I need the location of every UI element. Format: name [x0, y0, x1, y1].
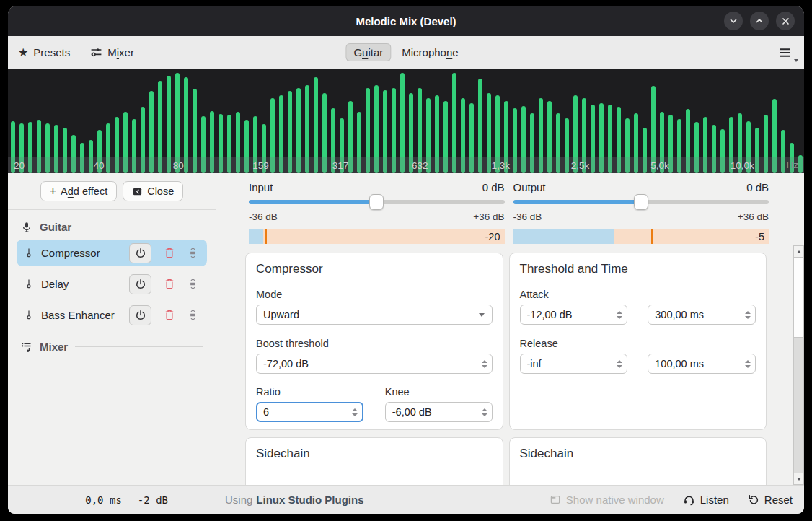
input-gain-slider[interactable]	[249, 196, 505, 209]
delete-effect-button[interactable]	[162, 278, 177, 290]
effects-sidebar: + Add effect Close Guitar Compressor	[8, 173, 216, 485]
power-toggle-button[interactable]	[129, 305, 151, 325]
presets-button[interactable]: ★ Presets	[18, 46, 70, 58]
effect-row-delay[interactable]: Delay	[17, 271, 207, 297]
boost-threshold-spinbox[interactable]: -72,00 dB	[256, 354, 493, 374]
spin-arrows-icon[interactable]	[477, 360, 487, 368]
slider-fill	[249, 200, 376, 204]
power-icon	[135, 279, 146, 290]
meter-fill	[513, 229, 614, 244]
input-level-meter: -20	[249, 229, 505, 244]
meter-peak-marker	[651, 229, 653, 244]
plugin-cards: Compressor Mode Upward Boost threshold -…	[216, 244, 804, 485]
reset-label: Reset	[764, 494, 793, 506]
latency-value: 0,0 ms	[85, 494, 122, 506]
compressor-card: Compressor Mode Upward Boost threshold -…	[245, 253, 503, 430]
add-effect-button[interactable]: + Add effect	[40, 181, 117, 201]
spin-arrows-icon[interactable]	[612, 311, 622, 319]
titlebar: Melodic Mix (Devel)	[8, 6, 804, 36]
effect-name: Bass Enhancer	[41, 309, 122, 321]
effect-name: Delay	[41, 278, 122, 290]
scroll-up-button[interactable]	[794, 246, 803, 257]
output-gain-value: 0 dB	[746, 181, 769, 193]
output-level-meter: -5	[513, 229, 769, 244]
mode-dropdown[interactable]: Upward	[256, 305, 493, 325]
chevron-up-icon	[755, 17, 764, 25]
boost-threshold-value: -72,00 dB	[263, 358, 477, 369]
close-button[interactable]	[776, 12, 795, 30]
effect-row-compressor[interactable]: Compressor	[17, 240, 207, 266]
trash-icon	[164, 309, 175, 321]
section-rule	[79, 227, 203, 227]
reorder-handle[interactable]	[185, 278, 200, 290]
attack-ms-value: 300,00 ms	[655, 309, 741, 320]
mode-value: Upward	[263, 309, 479, 320]
threshold-card-title: Threshold and Time	[520, 262, 756, 276]
release-label: Release	[520, 338, 756, 349]
effect-row-bass-enhancer[interactable]: Bass Enhancer	[17, 302, 207, 328]
effect-name: Compressor	[41, 247, 122, 259]
reorder-icon	[187, 309, 198, 321]
scroll-down-button[interactable]	[794, 473, 803, 484]
release-threshold-spinbox[interactable]: -inf	[520, 354, 628, 374]
ratio-spinbox[interactable]: 6	[256, 402, 363, 422]
knee-spinbox[interactable]: -6,00 dB	[385, 402, 493, 422]
native-window-icon	[550, 494, 561, 505]
tab-guitar[interactable]: Guitar	[345, 43, 391, 61]
spin-arrows-icon[interactable]	[741, 311, 751, 319]
vertical-scrollbar[interactable]	[793, 245, 804, 485]
freq-unit-label: Hz	[787, 159, 799, 170]
output-max-label: +36 dB	[738, 211, 769, 222]
input-max-label: +36 dB	[473, 211, 504, 222]
attack-threshold-spinbox[interactable]: -12,00 dB	[520, 305, 628, 325]
reset-icon	[748, 494, 759, 506]
ratio-label: Ratio	[256, 386, 363, 398]
power-icon	[135, 310, 146, 321]
reset-button[interactable]: Reset	[748, 494, 793, 506]
using-label: Using	[225, 494, 252, 506]
effect-node-icon	[24, 279, 34, 289]
spin-arrows-icon[interactable]	[348, 408, 358, 416]
spin-arrows-icon[interactable]	[741, 360, 751, 368]
power-toggle-button[interactable]	[129, 243, 151, 263]
attack-time-spinbox[interactable]: 300,00 ms	[648, 305, 756, 325]
maximize-button[interactable]	[750, 12, 769, 30]
sidechain-card-title: Sidechain	[520, 447, 756, 461]
output-gain-slider[interactable]	[513, 196, 769, 209]
slider-handle[interactable]	[369, 194, 384, 210]
delete-effect-button[interactable]	[162, 247, 177, 259]
mixer-section-icon	[21, 341, 32, 353]
add-effect-label: Add effect	[61, 185, 107, 197]
scrollbar-track[interactable]	[794, 338, 803, 473]
spin-arrows-icon[interactable]	[477, 408, 487, 416]
reorder-handle[interactable]	[185, 247, 200, 259]
reorder-handle[interactable]	[185, 309, 200, 321]
tab-microphone[interactable]: Microphone	[394, 43, 466, 61]
input-gain-value: 0 dB	[482, 181, 505, 193]
release-time-spinbox[interactable]: 100,00 ms	[648, 354, 756, 374]
presets-label: Presets	[33, 46, 70, 58]
knee-label: Knee	[385, 386, 493, 398]
section-guitar-label: Guitar	[40, 221, 71, 233]
listen-button[interactable]: Listen	[683, 494, 729, 506]
reorder-icon	[187, 278, 198, 290]
spectrum-analyzer: 2040801593176321,3k2,5k5,0k10,0k Hz	[8, 69, 804, 173]
microphone-icon	[21, 222, 32, 233]
plus-icon: +	[50, 185, 56, 197]
mixer-button[interactable]: Mixer	[90, 46, 134, 58]
delete-effect-button[interactable]	[162, 309, 177, 321]
scrollbar-thumb[interactable]	[794, 257, 803, 338]
star-icon: ★	[18, 47, 28, 58]
hamburger-menu-button[interactable]	[775, 43, 794, 62]
slider-handle[interactable]	[634, 194, 648, 210]
sidechain-card-title: Sidechain	[256, 447, 493, 461]
release-db-value: -inf	[527, 358, 613, 369]
headphones-icon	[683, 494, 695, 506]
window-controls	[724, 12, 804, 30]
app-window: Melodic Mix (Devel) ★ Presets Mixer	[8, 6, 804, 514]
power-toggle-button[interactable]	[129, 274, 151, 294]
gain-input: Input 0 dB -36 dB +36 dB	[249, 179, 505, 244]
close-sidebar-button[interactable]: Close	[123, 181, 183, 201]
spin-arrows-icon[interactable]	[612, 360, 622, 368]
minimize-button[interactable]	[724, 12, 743, 30]
